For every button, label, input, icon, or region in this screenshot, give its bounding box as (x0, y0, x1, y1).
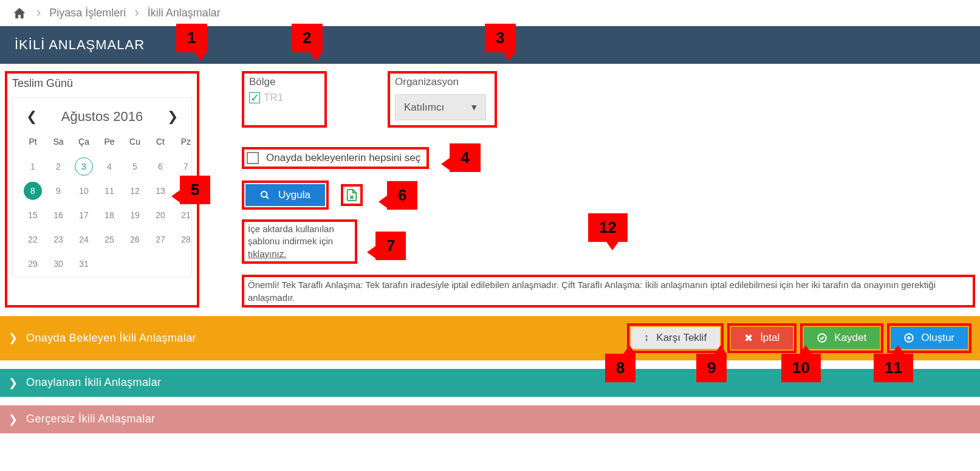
svg-line-1 (266, 196, 269, 199)
close-icon: ✖ (744, 332, 753, 345)
pending-agreements-toggle[interactable]: ❯ Onayda Bekleyen İkili Anlaşmalar (9, 331, 196, 345)
calendar-day[interactable]: 3 (72, 156, 95, 177)
chevron-down-icon: ▾ (471, 101, 477, 114)
calendar-day[interactable]: 21 (174, 205, 197, 225)
region-field: Bölge TR1 (242, 71, 327, 128)
calendar-day[interactable]: 10 (72, 180, 95, 201)
pending-agreements-title: Onayda Bekleyen İkili Anlaşmalar (26, 332, 196, 345)
calendar-day[interactable]: 30 (47, 253, 70, 274)
counter-offer-button[interactable]: ↕ Karşı Teklif (631, 327, 720, 349)
callout-6: 6 (387, 181, 417, 210)
calendar-weekday: Pz (174, 137, 197, 153)
excel-export-wrap (341, 184, 363, 206)
calendar-day[interactable]: 28 (174, 229, 197, 250)
calendar-day[interactable]: 27 (149, 229, 172, 250)
callout-8: 8 (605, 354, 636, 382)
calendar-day[interactable]: 29 (21, 253, 44, 274)
select-all-pending-checkbox[interactable] (247, 152, 259, 164)
calendar-weekday: Pe (98, 137, 121, 153)
calendar-day[interactable]: 6 (149, 156, 172, 177)
approved-agreements-bar: ❯ Onaylanan İkili Anlaşmalar (0, 369, 980, 397)
calendar-day[interactable]: 8 (21, 180, 44, 201)
breadcrumb-sep: › (134, 5, 139, 21)
cancel-button[interactable]: ✖ İptal (731, 327, 793, 349)
svg-point-0 (261, 191, 267, 197)
home-icon[interactable] (11, 6, 28, 20)
breadcrumb: › Piyasa İşlemleri › İkili Anlaşmalar (0, 0, 980, 26)
calendar-day[interactable]: 13 (149, 180, 172, 201)
template-download-wrap: İçe aktarda kullanılan şablonu indirmek … (242, 219, 357, 264)
template-download-link[interactable]: İçe aktarda kullanılan şablonu indirmek … (248, 223, 351, 260)
calendar-day[interactable]: 22 (21, 229, 44, 250)
calendar-weekday: Sa (47, 137, 70, 153)
organization-selected: Katılımcı (404, 101, 444, 114)
calendar-day[interactable]: 5 (123, 156, 146, 177)
search-icon (260, 190, 270, 200)
calendar-day[interactable]: 19 (123, 205, 146, 225)
apply-button-label: Uygula (278, 189, 310, 201)
page-title-bar: İKİLİ ANLAŞMALAR 1 2 3 (0, 26, 980, 64)
save-button[interactable]: Kaydet (804, 327, 880, 349)
calendar-day[interactable]: 12 (123, 180, 146, 201)
calendar-day[interactable]: 24 (72, 229, 95, 250)
calendar-weekday: Ct (149, 137, 172, 153)
breadcrumb-item-agreements[interactable]: İkili Anlaşmalar (148, 7, 221, 19)
calendar-day[interactable]: 15 (21, 205, 44, 225)
callout-5: 5 (180, 176, 210, 204)
calendar-month-title: Ağustos 2016 (61, 109, 143, 125)
important-note-wrap: Önemli! Tek Taraflı Anlaşma: Tek tarafın… (242, 275, 975, 308)
callout-7: 7 (375, 232, 406, 260)
calendar-day[interactable]: 23 (47, 229, 70, 250)
pending-agreements-bar: ❯ Onayda Bekleyen İkili Anlaşmalar ↕ Kar… (0, 316, 980, 360)
chevron-right-icon: ❯ (9, 376, 18, 390)
apply-button[interactable]: Uygula (245, 184, 325, 206)
region-checkbox[interactable] (249, 92, 260, 103)
calendar-day[interactable]: 31 (72, 253, 95, 274)
save-button-wrap: Kaydet (800, 323, 883, 353)
page-title: İKİLİ ANLAŞMALAR (15, 37, 145, 52)
approved-agreements-toggle[interactable]: ❯ Onaylanan İkili Anlaşmalar (9, 376, 162, 390)
calendar-prev-icon[interactable]: ❮ (21, 106, 42, 127)
calendar-day[interactable]: 16 (47, 205, 70, 225)
callout-4: 4 (450, 143, 480, 172)
calendar-weekday: Ça (72, 137, 95, 153)
calendar-day[interactable]: 20 (149, 205, 172, 225)
calendar-day[interactable]: 17 (72, 205, 95, 225)
calendar-day[interactable]: 11 (98, 180, 121, 201)
callout-12: 12 (588, 213, 628, 242)
delivery-day-panel: Teslim Günü ❮ Ağustos 2016 ❯ PtSaÇaPeCuC… (5, 71, 199, 308)
calendar-day[interactable]: 4 (98, 156, 121, 177)
calendar-grid: PtSaÇaPeCuCtPz12345678910111213141516171… (21, 137, 183, 274)
invalid-agreements-bar: ❯ Gerçersiz İkili Anlaşmalar (0, 405, 980, 433)
organization-label: Organizasyon (395, 76, 490, 88)
invalid-agreements-title: Gerçersiz İkili Anlaşmalar (26, 413, 155, 425)
plus-circle-icon (904, 333, 914, 343)
calendar-day[interactable]: 2 (47, 156, 70, 177)
calendar-next-icon[interactable]: ❯ (162, 106, 183, 127)
chevron-right-icon: ❯ (9, 331, 18, 345)
organization-field: Organizasyon Katılımcı ▾ (388, 71, 497, 128)
select-all-pending-box: Onayda bekleyenlerin hepsini seç (242, 147, 429, 169)
important-note: Önemli! Tek Taraflı Anlaşma: Tek tarafın… (248, 278, 969, 304)
cancel-button-wrap: ✖ İptal (727, 323, 797, 353)
organization-select[interactable]: Katılımcı ▾ (395, 94, 486, 120)
invalid-agreements-toggle[interactable]: ❯ Gerçersiz İkili Anlaşmalar (9, 413, 155, 426)
delivery-day-label: Teslim Günü (12, 77, 192, 90)
select-all-pending-label: Onayda bekleyenlerin hepsini seç (266, 152, 420, 164)
region-label: Bölge (249, 76, 320, 88)
counter-offer-button-wrap: ↕ Karşı Teklif (627, 323, 724, 353)
calendar-day[interactable]: 18 (98, 205, 121, 225)
calendar-weekday: Cu (123, 137, 146, 153)
callout-9: 9 (696, 354, 727, 382)
updown-icon: ↕ (644, 332, 649, 344)
calendar-day[interactable]: 26 (123, 229, 146, 250)
calendar-card: ❮ Ağustos 2016 ❯ PtSaÇaPeCuCtPz123456789… (12, 97, 192, 277)
calendar-day[interactable]: 7 (174, 156, 197, 177)
calendar-day[interactable]: 25 (98, 229, 121, 250)
breadcrumb-item-market[interactable]: Piyasa İşlemleri (49, 7, 126, 19)
calendar-day[interactable]: 9 (47, 180, 70, 201)
excel-export-button[interactable] (344, 187, 360, 203)
callout-1: 1 (176, 24, 207, 52)
calendar-day[interactable]: 1 (21, 156, 44, 177)
region-value: TR1 (264, 92, 283, 104)
